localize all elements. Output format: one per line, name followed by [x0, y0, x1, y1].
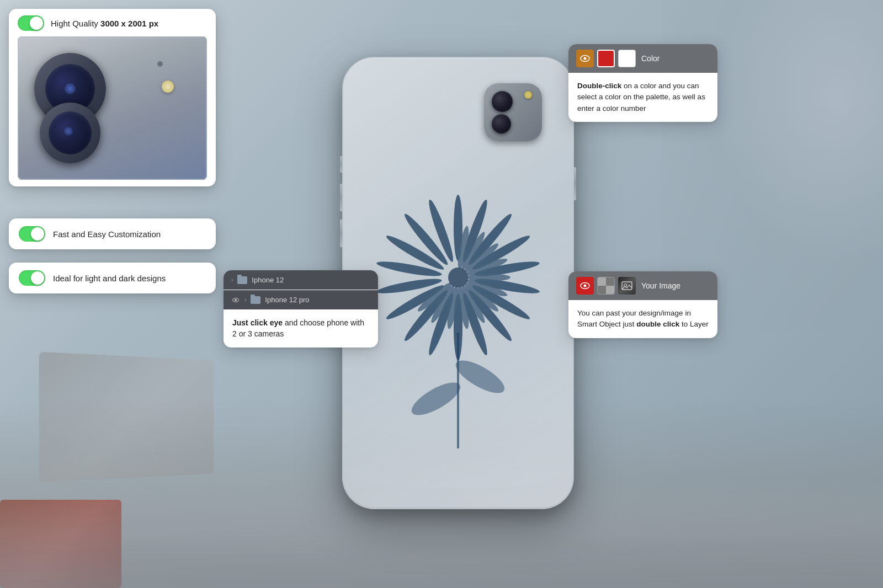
- layers-eye-icon[interactable]: [231, 297, 240, 303]
- color-red-swatch-container: [597, 50, 615, 67]
- feature-label-2: Ideal for light and dark designs: [53, 274, 166, 283]
- layers-arrow-2: ›: [244, 297, 246, 303]
- toggle-knob: [30, 17, 43, 30]
- grid-q1: [598, 277, 606, 286]
- svg-point-2: [451, 354, 509, 399]
- your-image-card: Your Image You can past your design/imag…: [568, 271, 717, 338]
- layers-iphone12pro-label: Iphone 12 pro: [265, 296, 309, 304]
- eye-circle: [232, 298, 239, 302]
- toggle-knob-1: [31, 227, 44, 240]
- layers-arrow-1: ›: [231, 277, 233, 283]
- layers-iphone12-label: Iphone 12: [252, 276, 284, 284]
- image-desc-end: to Layer: [679, 320, 709, 328]
- image-photo-swatch: [618, 277, 636, 295]
- layers-card: › Iphone 12 › Iphone 12 pro Just click e…: [224, 270, 378, 348]
- feature-label-1: Fast and Easy Customization: [53, 229, 161, 239]
- eye-pupil: [235, 299, 237, 301]
- power-button: [574, 167, 576, 200]
- flower-svg: [364, 123, 552, 454]
- image-eye-swatch[interactable]: [576, 277, 594, 295]
- photo-icon: [621, 280, 632, 291]
- grid-q3: [598, 286, 606, 294]
- image-grid-swatch: [597, 277, 615, 295]
- image-header-label: Your Image: [641, 281, 680, 290]
- case-border: [18, 36, 207, 180]
- layers-description: Just click eye and choose phone with 2 o…: [224, 309, 378, 348]
- svg-rect-38: [622, 282, 632, 290]
- quality-card: Hight Quality 3000 x 2001 px: [9, 9, 216, 186]
- svg-point-35: [584, 57, 587, 60]
- svg-point-39: [624, 284, 627, 287]
- color-header-label: Color: [641, 54, 659, 63]
- color-card: Color Double-click on a color and you ca…: [568, 44, 717, 122]
- feature-card-2: Ideal for light and dark designs: [9, 263, 216, 293]
- image-desc-bold: double click: [636, 320, 679, 328]
- grid-q4: [606, 286, 614, 294]
- feature-card-1: Fast and Easy Customization: [9, 218, 216, 249]
- camera-flash: [524, 91, 532, 99]
- mute-button: [340, 156, 342, 173]
- svg-point-33: [448, 268, 468, 287]
- grid-q2: [606, 277, 614, 286]
- camera-preview-image: [18, 36, 207, 180]
- color-eye-swatch[interactable]: [576, 50, 594, 67]
- eye-svg-icon: [580, 55, 590, 62]
- layers-desc-bold: Just click eye: [232, 318, 283, 327]
- layers-row-iphone12[interactable]: › Iphone 12: [224, 270, 378, 290]
- feature-toggle-1[interactable]: [19, 226, 45, 242]
- color-desc-bold: Double-click: [577, 82, 621, 90]
- svg-point-37: [584, 285, 587, 287]
- quality-toggle[interactable]: [18, 15, 44, 31]
- layers-row-iphone12pro[interactable]: › Iphone 12 pro: [224, 290, 378, 309]
- image-description: You can past your design/image in Smart …: [568, 300, 717, 338]
- svg-point-1: [407, 376, 465, 421]
- camera-lens-main: [492, 91, 513, 112]
- quality-header: Hight Quality 3000 x 2001 px: [18, 15, 207, 31]
- image-header: Your Image: [568, 271, 717, 300]
- color-header: Color: [568, 44, 717, 73]
- color-description: Double-click on a color and you can sele…: [568, 73, 717, 122]
- layers-folder-icon-1: [237, 276, 247, 284]
- layers-folder-icon-2: [251, 296, 260, 304]
- toggle-knob-2: [31, 271, 44, 285]
- volume-down-button: [340, 220, 342, 247]
- quality-title: Hight Quality 3000 x 2001 px: [51, 19, 158, 28]
- image-eye-svg: [580, 282, 590, 290]
- color-white-swatch[interactable]: [618, 50, 636, 67]
- feature-toggle-2[interactable]: [19, 270, 45, 286]
- phone-case-design: [364, 123, 552, 454]
- camera-closeup: [18, 36, 207, 180]
- volume-up-button: [340, 184, 342, 211]
- color-red-swatch[interactable]: [597, 50, 615, 67]
